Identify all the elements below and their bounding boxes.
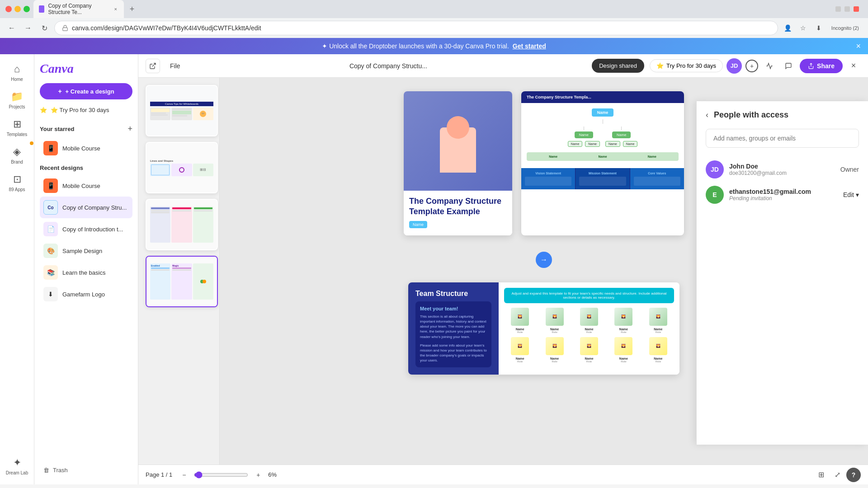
chevron-down-icon: ▾ [856, 191, 859, 198]
file-menu[interactable]: File [165, 60, 185, 72]
promo-link[interactable]: Get started [513, 42, 546, 50]
starred-item-mobile-course[interactable]: 📱 Mobile Course [40, 137, 132, 159]
avatar[interactable]: JD [726, 58, 742, 74]
promo-text: ✦ Unlock all the Droptober launches with… [322, 42, 509, 50]
back-btn[interactable]: ← [5, 22, 18, 34]
create-btn-label: + Create a design [66, 88, 114, 95]
panel-back-btn[interactable]: ‹ [706, 110, 708, 120]
new-tab-btn[interactable]: + [126, 3, 138, 15]
sidebar-item-dreamlab[interactable]: ✦ Dream Lab [2, 453, 33, 479]
address-bar[interactable]: canva.com/design/DAGVwWI7eDw/TByK4I4V6ud… [54, 21, 778, 35]
recent-label-company: Copy of Company Stru... [62, 204, 127, 211]
close-btn[interactable] [854, 6, 859, 12]
canva-logo: Canva [40, 61, 132, 76]
page-thumbnails: Canva Tips for Whiteboards [138, 78, 220, 465]
sidebar-item-apps[interactable]: ⊡ 89 Apps [2, 170, 33, 196]
comment-btn[interactable] [781, 58, 796, 74]
browser-toolbar: ← → ↻ canva.com/design/DAGVwWI7eDw/TByK4… [0, 18, 868, 38]
sample-thumb: 🎨 [43, 244, 58, 258]
trash-icon: 🗑 [43, 467, 49, 474]
recent-item-company[interactable]: Co Copy of Company Stru... [40, 197, 132, 218]
logo-thumb: ⬇ [43, 287, 58, 301]
minimize-btn[interactable] [835, 6, 841, 12]
try-pro-link[interactable]: ⭐ ⭐ Try Pro for 30 days [40, 107, 132, 113]
create-design-btn[interactable]: + + Create a design [40, 83, 132, 99]
recent-item-sample[interactable]: 🎨 Sample Design [40, 240, 132, 262]
team-structure-title: Team Structure [415, 290, 491, 298]
promo-close-btn[interactable]: × [856, 42, 861, 51]
recent-item-mobile[interactable]: 📱 Mobile Course [40, 175, 132, 197]
recent-item-basics[interactable]: 📚 Learn the basics [40, 262, 132, 283]
member-7: 🌄 Name Role [538, 337, 570, 363]
starred-section-label: Your starred [40, 126, 74, 132]
values-section: Vision Statement Mission Statement Core … [521, 168, 684, 189]
svg-rect-0 [63, 28, 68, 30]
forward-btn[interactable]: → [22, 22, 34, 34]
next-page-btn[interactable]: → [536, 252, 552, 268]
member-4: 🌄 Name Role [608, 308, 639, 333]
editor-toolbar: File Copy of Company Structu... Design s… [138, 54, 868, 78]
edit-dropdown-btn[interactable]: Edit ▾ [843, 191, 859, 198]
zoom-slider[interactable] [194, 471, 248, 479]
sidebar-label-projects: Projects [9, 104, 25, 109]
minimize-window-btn[interactable] [14, 6, 21, 12]
zoom-level: 6% [268, 471, 277, 478]
tab-close-btn[interactable]: × [113, 5, 118, 13]
tab-title: Copy of Company Structure Te... [48, 3, 109, 15]
recent-section-label: Recent designs [40, 164, 83, 171]
zoom-in-btn[interactable]: + [252, 469, 264, 481]
active-tab[interactable]: Copy of Company Structure Te... × [33, 0, 124, 18]
tab-favicon [39, 5, 44, 13]
recent-item-intro[interactable]: 📄 Copy of Introduction t... [40, 218, 132, 240]
thumb-4[interactable]: Enabled Magic [146, 256, 218, 307]
member-9: 🌄 Name Role [608, 337, 639, 363]
profile-icon[interactable]: 👤 [782, 22, 794, 34]
company-thumb: Co [43, 200, 58, 215]
try-pro-btn[interactable]: ⭐ Try Pro for 30 days [650, 59, 723, 72]
zoom-out-btn[interactable]: − [178, 469, 190, 481]
sidebar-label-apps: 89 Apps [9, 187, 25, 192]
share-btn[interactable]: Share [800, 59, 843, 73]
maximize-window-btn[interactable] [24, 6, 30, 12]
help-btn[interactable]: ? [846, 468, 861, 482]
sidebar-item-brand[interactable]: ◈ Brand [2, 142, 33, 168]
download-icon[interactable]: ⬇ [812, 22, 825, 34]
fullscreen-btn[interactable]: ⤢ [830, 468, 844, 482]
dreamlab-icon: ✦ [13, 457, 21, 469]
design-shared-badge[interactable]: Design shared [592, 59, 644, 73]
add-collaborator-btn[interactable]: + [745, 60, 758, 72]
restore-btn[interactable] [844, 6, 850, 12]
close-editor-btn[interactable]: × [846, 59, 861, 73]
url-text: canva.com/design/DAGVwWI7eDw/TByK4I4V6ud… [72, 24, 261, 32]
thumb-3[interactable] [146, 199, 218, 250]
incognito-label[interactable]: Incognito (2) [828, 22, 863, 34]
external-link-btn[interactable] [146, 59, 160, 73]
page-info: Page 1 / 1 [146, 471, 172, 478]
sidebar-item-projects[interactable]: 📁 Projects [2, 87, 33, 113]
thumb-2[interactable]: Lines and Shapes ⊞⊟ [146, 142, 218, 193]
browser-chrome: Copy of Company Structure Te... × + ← → … [0, 0, 868, 38]
star-icon[interactable]: ☆ [797, 22, 810, 34]
thumb-1[interactable]: Canva Tips for Whiteboards [146, 85, 218, 136]
sidebar-label-templates: Templates [7, 132, 28, 137]
refresh-btn[interactable]: ↻ [38, 22, 51, 34]
sidebar-item-templates[interactable]: ⊞ Templates [2, 115, 33, 141]
sidebar-item-home[interactable]: ⌂ Home [2, 60, 33, 85]
user-role-john: Owner [840, 166, 859, 173]
svg-line-1 [152, 63, 156, 66]
grid-view-btn[interactable]: ⊞ [814, 468, 828, 482]
trash-item[interactable]: 🗑 Trash [40, 463, 132, 477]
member-6: 🌄 Name Role [504, 337, 536, 363]
brand-icon: ◈ [13, 146, 21, 158]
email-input[interactable] [706, 129, 859, 148]
recent-item-logo[interactable]: ⬇ Gamefarm Logo [40, 283, 132, 305]
mobile-course-thumb: 📱 [43, 141, 58, 155]
analytics-btn[interactable] [762, 58, 777, 74]
badge-dot [30, 141, 33, 145]
member-1: 🌄 Name Role [504, 308, 536, 333]
member-2: 🌄 Name Role [538, 308, 570, 333]
starred-add-btn[interactable]: + [127, 124, 132, 134]
user-name-ethan: ethanstone151@gmail.com [729, 188, 838, 195]
projects-icon: 📁 [11, 91, 23, 103]
close-window-btn[interactable] [5, 6, 12, 12]
